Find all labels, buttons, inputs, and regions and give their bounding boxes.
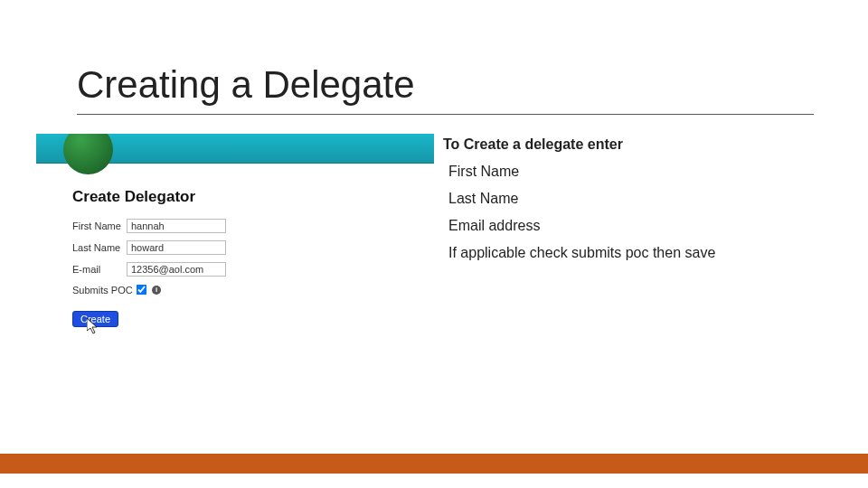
create-button[interactable]: Create: [72, 311, 118, 327]
instructions-item: If applicable check submits poc then sav…: [448, 242, 832, 264]
first-name-label: First Name: [72, 221, 127, 231]
last-name-input[interactable]: howard: [127, 240, 226, 255]
submits-poc-checkbox[interactable]: [137, 285, 147, 296]
submits-poc-label: Submits POC: [72, 285, 136, 296]
screenshot: Create Delegator First Name hannah Last …: [36, 134, 434, 369]
email-row: E-mail 12356@aol.com: [72, 262, 425, 277]
instructions-intro: To Create a delegate enter: [443, 134, 832, 155]
email-label: E-mail: [72, 264, 127, 275]
create-button-wrap: Create: [72, 310, 118, 327]
create-delegator-form: Create Delegator First Name hannah Last …: [72, 188, 425, 327]
last-name-row: Last Name howard: [72, 240, 425, 255]
instructions-item: Last Name: [448, 188, 832, 210]
footer-bar: [0, 454, 868, 474]
first-name-input[interactable]: hannah: [127, 219, 226, 233]
instructions-item: First Name: [448, 161, 832, 183]
avatar: [63, 125, 113, 174]
instructions-item: Email address: [448, 215, 832, 237]
email-input[interactable]: 12356@aol.com: [127, 262, 226, 277]
last-name-label: Last Name: [72, 242, 127, 253]
instructions: To Create a delegate enter First Name La…: [443, 134, 832, 269]
slide-title: Creating a Delegate: [77, 63, 814, 115]
first-name-row: First Name hannah: [72, 219, 425, 233]
info-icon: i: [152, 286, 161, 295]
form-title: Create Delegator: [72, 188, 425, 206]
submits-poc-row: Submits POC i: [72, 284, 425, 296]
